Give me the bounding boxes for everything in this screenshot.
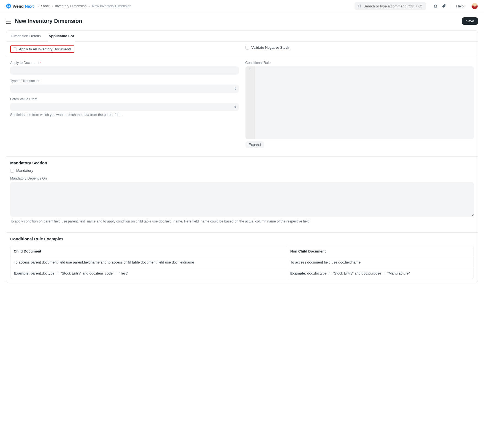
th-non-child-document: Non Child Document [287, 246, 474, 257]
avatar[interactable] [471, 3, 478, 9]
table-row: To access parent document field use pare… [10, 257, 474, 268]
tab-dimension-details[interactable]: Dimension Details [10, 31, 41, 41]
label-mandatory-depends-on: Mandatory Depends On [10, 177, 474, 180]
label-conditional-rule: Conditional Rule [245, 61, 474, 65]
checkbox-mandatory-label: Mandatory [16, 169, 33, 173]
th-child-document: Child Document [10, 246, 287, 257]
menu-icon[interactable] [6, 19, 11, 24]
brand-suffix: Next [25, 4, 34, 9]
example-nonchild-text: doc.doctype == "Stock Entry" and doc.pur… [306, 271, 410, 275]
section-examples: Conditional Rule Examples Child Document… [6, 232, 478, 283]
help-mandatory-depends-on: To apply condition on parent field use p… [10, 219, 474, 224]
section-mandatory: Mandatory Section Mandatory Mandatory De… [6, 156, 478, 232]
checkbox-apply-all[interactable]: Apply to All Inventory Documents [13, 47, 72, 51]
section-apply-checks: Apply to All Inventory Documents Validat… [6, 42, 478, 57]
topbar: iVendNext › Stock › Inventory Dimension … [0, 0, 484, 12]
svg-point-3 [445, 5, 445, 6]
code-gutter: 1 [245, 66, 255, 139]
code-body[interactable] [256, 66, 474, 139]
td-nonchild-desc: To access document field use doc.fieldna… [287, 257, 474, 268]
td-child-desc: To access parent document field use pare… [10, 257, 287, 268]
required-marker: * [40, 61, 42, 65]
highlight-apply-all: Apply to All Inventory Documents [10, 45, 74, 53]
breadcrumb: › Stock › Inventory Dimension › New Inve… [38, 4, 131, 8]
examples-table: Child Document Non Child Document To acc… [10, 246, 474, 279]
breadcrumb-stock[interactable]: Stock [41, 4, 50, 8]
chevron-down-icon [465, 5, 467, 7]
checkbox-validate-neg-label: Validate Negative Stock [252, 45, 289, 50]
brand-icon [6, 4, 11, 9]
section-title-mandatory: Mandatory Section [10, 161, 474, 165]
tab-applicable-for[interactable]: Applicable For [48, 31, 75, 41]
tabs: Dimension Details Applicable For [6, 31, 478, 42]
label-apply-to-document: Apply to Document * [10, 61, 239, 65]
checkbox-apply-all-label: Apply to All Inventory Documents [19, 47, 72, 51]
checkbox-mandatory[interactable]: Mandatory [10, 169, 474, 173]
td-child-example: Example: parent.doctype == "Stock Entry"… [10, 268, 287, 279]
top-actions: Help [433, 3, 478, 9]
help-label: Help [456, 4, 464, 8]
field-mandatory-depends-on: Mandatory Depends On To apply condition … [10, 177, 474, 224]
chevron-right-icon: › [52, 4, 53, 8]
chevron-right-icon: › [38, 4, 39, 8]
expand-button[interactable]: Expand [245, 141, 264, 148]
help-menu[interactable]: Help [456, 4, 467, 8]
bell-icon[interactable] [433, 4, 438, 8]
field-type-of-transaction: Type of Transaction [10, 79, 239, 93]
save-button[interactable]: Save [462, 17, 478, 25]
section-fields: Apply to Document * Type of Transaction … [6, 57, 478, 156]
example-label: Example: [290, 271, 306, 275]
label-type-of-transaction: Type of Transaction [10, 79, 239, 83]
chevron-right-icon: › [89, 4, 90, 8]
checkbox-apply-all-input[interactable] [13, 47, 17, 51]
input-apply-to-document[interactable] [10, 66, 239, 75]
code-editor-conditional-rule[interactable]: 1 [245, 66, 474, 139]
page-title: New Inventory Dimension [15, 18, 82, 24]
divider [451, 3, 451, 9]
field-fetch-value-from: Fetch Value From Set fieldname from whic… [10, 97, 239, 118]
help-fetch-value-from: Set fieldname from which you want to fet… [10, 113, 239, 118]
global-search[interactable] [355, 2, 426, 10]
label-fetch-value-from: Fetch Value From [10, 97, 239, 101]
svg-line-2 [360, 7, 361, 8]
search-icon [357, 4, 361, 8]
tag-icon[interactable] [442, 4, 446, 8]
brand-logo[interactable]: iVendNext [6, 4, 34, 9]
td-nonchild-example: Example: doc.doctype == "Stock Entry" an… [287, 268, 474, 279]
svg-point-1 [358, 5, 360, 7]
page-head: New Inventory Dimension Save [0, 12, 484, 29]
field-conditional-rule: Conditional Rule 1 Expand [245, 61, 474, 148]
textarea-mandatory-depends-on[interactable] [10, 182, 474, 217]
select-type-of-transaction[interactable] [10, 85, 239, 93]
checkbox-validate-neg[interactable]: Validate Negative Stock [245, 45, 474, 50]
brand-prefix: iVend [13, 4, 24, 9]
example-child-text: parent.doctype == "Stock Entry" and doc.… [30, 271, 128, 275]
section-title-examples: Conditional Rule Examples [10, 237, 474, 241]
table-row: Example: parent.doctype == "Stock Entry"… [10, 268, 474, 279]
checkbox-validate-neg-input[interactable] [245, 46, 249, 50]
breadcrumb-current: New Inventory Dimension [92, 4, 131, 8]
checkbox-mandatory-input[interactable] [10, 169, 14, 173]
example-label: Example: [14, 271, 30, 275]
form-card: Dimension Details Applicable For Apply t… [6, 30, 478, 283]
search-input[interactable] [364, 4, 424, 8]
field-apply-to-document: Apply to Document * [10, 61, 239, 75]
breadcrumb-inventory-dimension[interactable]: Inventory Dimension [55, 4, 86, 8]
select-fetch-value-from[interactable] [10, 103, 239, 111]
